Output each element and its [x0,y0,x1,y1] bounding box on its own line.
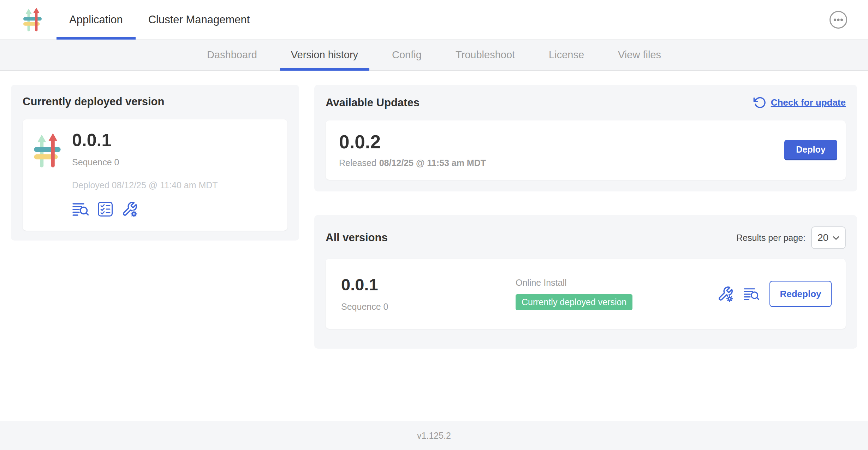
row-version-number: 0.0.1 [341,276,516,293]
row-install-type: Online Install [516,278,717,288]
app-sub-nav: Dashboard Version history Config Trouble… [0,40,868,71]
subnav-item-config[interactable]: Config [381,40,433,70]
update-version-number: 0.0.2 [339,132,784,152]
edit-config-button[interactable] [121,201,138,217]
row-sequence: Sequence 0 [341,302,516,312]
check-for-update-link[interactable]: Check for update [771,97,846,108]
deployed-sequence: Sequence 0 [72,157,218,167]
all-versions-title: All versions [326,231,388,244]
edit-config-button[interactable] [717,286,733,302]
subnav-item-view-files[interactable]: View files [607,40,672,70]
currently-deployed-badge: Currently deployed version [516,294,632,310]
preflight-checks-button[interactable] [97,201,113,217]
top-nav-bar: Application Cluster Management [0,0,868,40]
chevron-down-icon [833,235,839,241]
app-logo [23,6,42,33]
available-updates-panel: Available Updates Check for update 0.0.2… [314,85,857,191]
view-logs-button[interactable] [743,287,760,301]
update-released-timestamp: Released08/12/25 @ 11:53 am MDT [339,158,784,168]
subnav-item-license[interactable]: License [537,40,595,70]
preflight-checks-icon [97,201,113,217]
results-per-page-select[interactable]: 20 [811,226,846,249]
row-actions: Redeploy [717,281,832,307]
all-versions-panel: All versions Results per page: 20 0.0.1 … [314,215,857,349]
deployed-version-card: 0.0.1 Sequence 0 Deployed 08/12/25 @ 11:… [23,119,287,231]
subnav-item-dashboard[interactable]: Dashboard [196,40,268,70]
edit-config-icon [717,286,733,302]
version-history-page: Currently deployed version 0.0.1 Sequenc… [0,71,868,421]
refresh-icon [753,96,766,109]
ellipsis-icon [829,11,848,29]
tab-application[interactable]: Application [57,0,136,39]
results-per-page-label: Results per page: [736,233,805,243]
results-per-page-value: 20 [818,232,828,243]
overflow-menu-button[interactable] [829,11,848,29]
deploy-button[interactable]: Deploy [784,140,837,160]
subnav-item-version-history[interactable]: Version history [280,40,369,70]
currently-deployed-panel: Currently deployed version 0.0.1 Sequenc… [11,85,299,241]
view-logs-icon [743,287,760,301]
deployed-version-number: 0.0.1 [72,131,218,150]
app-logo [33,133,61,169]
version-lists-column: Available Updates Check for update 0.0.2… [314,85,857,349]
redeploy-button[interactable]: Redeploy [769,281,832,307]
released-label: Released [339,158,376,168]
check-for-update-button[interactable]: Check for update [753,96,846,109]
tab-cluster-management[interactable]: Cluster Management [136,0,263,39]
view-logs-button[interactable] [72,202,89,216]
released-date: 08/12/25 @ 11:53 am MDT [379,158,486,168]
console-version: v1.125.2 [417,431,451,441]
footer: v1.125.2 [0,421,868,450]
view-logs-icon [72,202,89,216]
currently-deployed-title: Currently deployed version [23,95,287,108]
available-update-card: 0.0.2 Released08/12/25 @ 11:53 am MDT De… [326,120,846,180]
version-row: 0.0.1 Sequence 0 Online Install Currentl… [326,259,846,329]
results-per-page: Results per page: 20 [736,226,846,249]
subnav-item-troubleshoot[interactable]: Troubleshoot [444,40,526,70]
top-tabs: Application Cluster Management [57,0,262,39]
deployed-timestamp: Deployed 08/12/25 @ 11:40 am MDT [72,180,218,190]
available-updates-title: Available Updates [326,96,420,109]
deployed-actions [72,201,218,217]
edit-config-icon [121,201,138,217]
